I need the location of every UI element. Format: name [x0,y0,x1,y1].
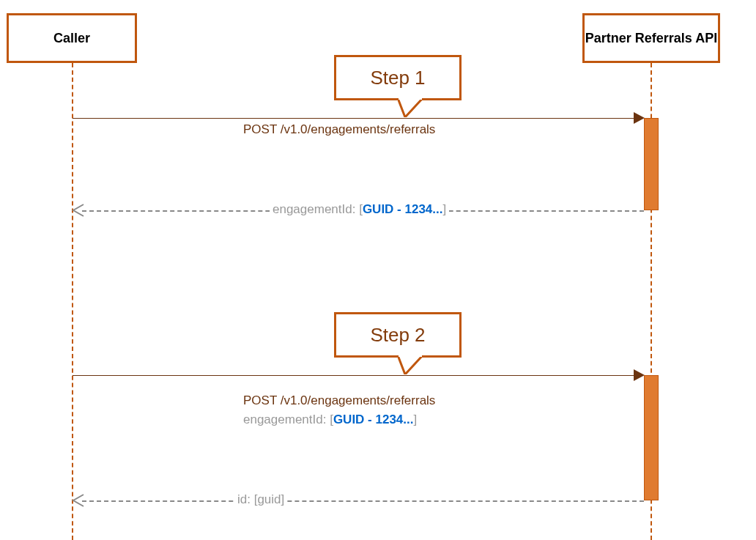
lifeline-caller [72,63,73,540]
msg-step2-return [82,500,644,502]
actor-api-label: Partner Referrals API [585,31,717,46]
actor-caller: Caller [7,13,137,63]
sequence-diagram: Caller Partner Referrals API Step 1 POST… [0,0,756,540]
callout-step1: Step 1 [334,55,462,100]
activation-step1 [644,118,659,210]
msg-step2-return-label: id: [guid] [234,492,287,507]
actor-api: Partner Referrals API [582,13,720,63]
arrowhead-icon [634,112,645,124]
msg-step1-request-label: POST /v1.0/engagements/referrals [243,122,435,137]
msg-step1-request [73,118,636,119]
arrowhead-open-icon [72,494,85,507]
svg-marker-0 [398,98,423,117]
callout-step1-label: Step 1 [370,67,425,89]
callout-step2: Step 2 [334,312,462,358]
svg-marker-2 [398,355,423,374]
callout-step2-label: Step 2 [370,324,425,347]
callout-tail-icon [398,355,426,374]
activation-step2 [644,375,659,500]
actor-caller-label: Caller [53,31,90,46]
callout-tail-icon [398,98,426,117]
arrowhead-icon [634,369,645,381]
arrowhead-open-icon [72,204,85,217]
msg-step2-request-label: POST /v1.0/engagements/referrals engagem… [243,391,435,429]
msg-step1-return-label: engagementId: [GUID - 1234...] [270,202,449,217]
msg-step2-request [73,375,636,376]
